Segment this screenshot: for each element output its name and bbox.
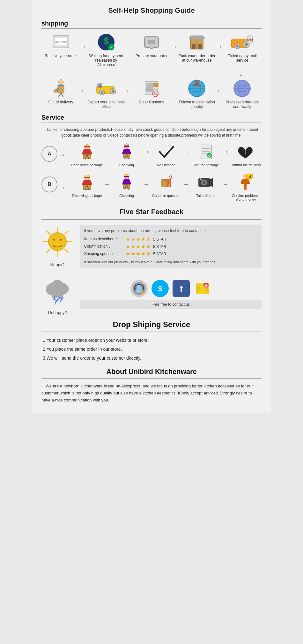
svg-point-34 [101,91,103,94]
shipping-step-3-label: Prepare your order [136,54,168,58]
service-a-step-5: Confirm the delivery [229,143,261,167]
shipping-row-1: apeman Receive your order → 💲 ✓ Waiting … [41,33,262,67]
arrow-6: ← [126,87,132,94]
svg-point-20 [236,45,239,48]
service-steps-b: Receiving package → Checking → [71,173,262,201]
stars-1: ★★★★★ [126,236,151,242]
svg-text:📮: 📮 [98,85,101,87]
post-office-icon: 📮 [95,79,118,98]
shipping-row-2: Out of delivery ← 📮 Depart your local po… [41,79,262,109]
svg-point-99 [53,239,55,241]
mail-service-icon: FAST [231,33,254,52]
rating-row-2: Coumnication： ★★★★★ 5 STAR [84,243,257,250]
service-b-step-3: ❓ ❓ Goods in question [150,173,182,198]
svg-rect-15 [198,44,202,49]
svg-text:❓: ❓ [164,180,171,187]
contact-icons-row: S f [80,280,262,297]
svg-point-113 [140,291,143,294]
prepare-order-icon [140,33,163,52]
service-b-step-2-label: Checking [119,194,134,198]
support-icon [130,280,148,297]
svg-rect-43 [154,81,158,82]
about-text: We are a newborn kitchenware brand on Al… [41,383,262,404]
service-label-b: B [41,176,57,192]
shipping-step-6: Out of delivery [42,79,80,104]
svg-marker-85 [210,178,213,187]
svg-rect-105 [52,294,63,298]
svg-rect-23 [58,85,64,93]
shipping-step-4-label: Pack your order order at our warehouse [178,54,216,63]
star-count-1: 5 STAR [153,237,166,242]
cloud-icon [41,274,73,310]
svg-rect-59 [124,146,129,147]
svg-rect-111 [134,288,136,290]
checking-b-icon [117,173,136,192]
sign-package-icon [196,143,215,161]
star-count-3: 5 STAR [153,252,166,256]
rating-row-3: Shipping speed： ★★★★★ 5 STAR [84,251,257,257]
service-a-step-1-label: Receiveing package [71,163,103,167]
svg-text:✓: ✓ [109,45,113,50]
svg-rect-29 [54,90,58,92]
svg-rect-41 [153,83,159,87]
svg-marker-12 [189,36,205,39]
feedback-card: if you have any problems about the order… [80,225,262,268]
shipping-step-6-label: Out of delivery [48,100,73,104]
svg-line-94 [47,231,50,234]
about-title: About Unibird Kitchenware [41,368,262,376]
shipping-step-10: Processed throught sort facility [223,79,261,109]
svg-point-104 [52,280,63,291]
service-steps-a: Receiveing package → Checking → [71,143,262,167]
warehouse-icon [185,33,208,52]
arrow-down: ↓ [41,70,262,78]
svg-point-84 [203,181,206,184]
arrow-2: → [126,43,132,50]
rating-label-2: Coumnication： [84,244,126,249]
shipping-step-4: Pack your order order at our warehouse [178,33,216,63]
shipping-step-10-label: Processed throught sort facility [223,100,261,109]
service-b-step-3-label: Goods in question [152,194,181,198]
svg-text:apeman: apeman [55,40,66,44]
shipping-step-7-label: Depart your local post office [87,100,125,109]
confirm-delivery-icon [236,143,255,161]
receiving-pkg-a-icon [78,143,96,161]
drop-item-1: 1,Your customer place order on your webs… [43,336,262,345]
out-delivery-icon [49,79,72,98]
svg-line-26 [58,93,61,97]
svg-point-24 [58,79,63,85]
svg-point-86 [200,178,202,180]
service-b-step-4-label: Take Videos [196,194,215,198]
main-title: Self-Help Shopping Guide [41,6,262,15]
feedback-message: if you have any problems about the order… [84,228,257,234]
service-b-step-1: Receiving package [71,173,103,198]
happy-row: Happy? if you have any problems about th… [41,225,262,268]
svg-text:@: @ [204,284,208,288]
drop-title: Drop Shiping Service [41,320,262,329]
svg-point-32 [111,90,114,93]
svg-rect-54 [84,146,90,147]
rating-label-3: Shipping speed： [84,251,126,257]
svg-rect-10 [150,46,153,48]
svg-rect-70 [84,177,90,178]
arrow-1: → [80,43,87,50]
unhappy-row: Unhappy? [41,274,262,315]
happy-label: Happy? [41,262,73,267]
svg-rect-25 [58,85,63,86]
rating-row-1: Item as described： ★★★★★ 5 STAR [84,236,257,242]
service-b-step-5: $ Confirm problem, refund money [229,173,261,201]
svg-text:S: S [158,285,163,293]
stars-2: ★★★★★ [126,243,151,250]
svg-text:f: f [180,284,183,294]
shipping-step-1: apeman Receive your order [42,33,80,58]
take-videos-icon [196,173,215,192]
arrow-3: → [171,43,177,50]
refund-icon: $ [236,173,255,192]
svg-rect-14 [192,44,196,49]
destination-icon [185,79,208,98]
unhappy-cloud: Unhappy? [41,274,73,315]
svg-rect-8 [148,40,155,44]
svg-text:FAST: FAST [247,38,253,41]
svg-text:🚫: 🚫 [152,90,159,97]
service-b-step-2: Checking [111,173,143,198]
svg-text:$: $ [248,174,251,179]
